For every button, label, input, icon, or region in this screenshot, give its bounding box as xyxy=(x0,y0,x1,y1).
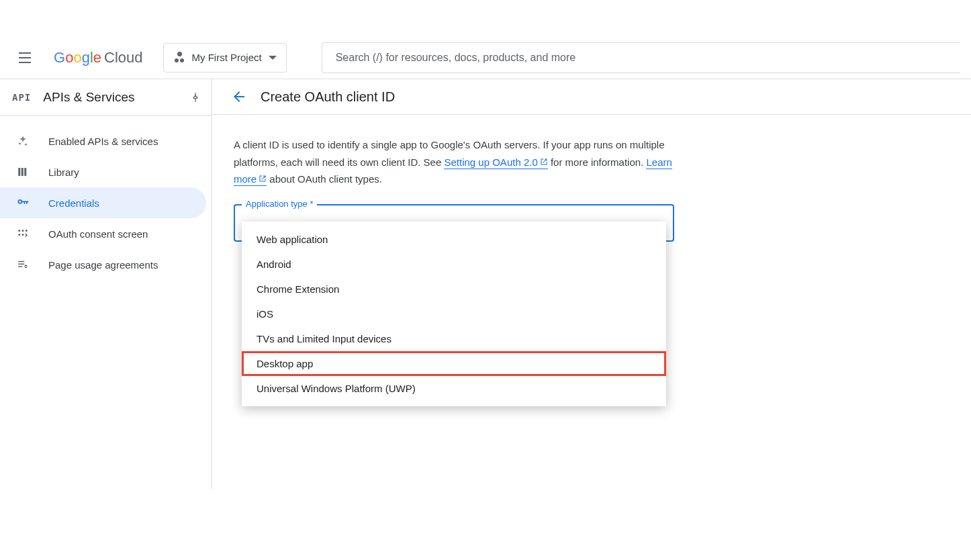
nav-list: Enabled APIs & services Library Credenti… xyxy=(0,116,212,280)
chevron-down-icon xyxy=(269,56,277,60)
main-content: Create OAuth client ID A client ID is us… xyxy=(212,79,971,489)
dropdown-option-desktop-app[interactable]: Desktop app xyxy=(242,351,666,376)
svg-rect-1 xyxy=(21,168,24,176)
dropdown-option-web-application[interactable]: Web application xyxy=(242,227,666,252)
content-header: Create OAuth client ID xyxy=(212,79,971,115)
svg-rect-2 xyxy=(24,168,26,176)
sidebar-item-enabled-apis[interactable]: Enabled APIs & services xyxy=(0,126,212,156)
svg-point-7 xyxy=(22,234,24,236)
select-label: Application type * xyxy=(242,199,317,209)
application-type-dropdown: Web application Android Chrome Extension… xyxy=(242,222,666,406)
dropdown-option-ios[interactable]: iOS xyxy=(242,301,666,326)
consent-screen-icon xyxy=(16,227,30,240)
dropdown-option-uwp[interactable]: Universal Windows Platform (UWP) xyxy=(242,376,666,401)
project-selector[interactable]: My First Project xyxy=(163,43,287,73)
svg-rect-0 xyxy=(18,168,20,176)
setting-up-oauth-link[interactable]: Setting up OAuth 2.0 xyxy=(444,156,547,169)
google-cloud-logo[interactable]: Google Cloud xyxy=(54,49,143,66)
sidebar-title: APIs & Services xyxy=(43,90,178,105)
sidebar-item-label: Credentials xyxy=(48,197,99,209)
svg-point-5 xyxy=(26,230,28,232)
svg-point-3 xyxy=(18,230,20,232)
dropdown-option-tvs[interactable]: TVs and Limited Input devices xyxy=(242,326,666,351)
sidebar-item-label: Page usage agreements xyxy=(48,259,158,271)
back-arrow-icon[interactable] xyxy=(231,89,247,105)
application-type-select-container: Application type * Web application Andro… xyxy=(234,204,674,242)
description-part3: about OAuth client types. xyxy=(267,173,382,185)
pin-icon[interactable] xyxy=(190,92,201,103)
sidebar-item-page-usage[interactable]: Page usage agreements xyxy=(0,249,212,280)
svg-rect-9 xyxy=(18,264,24,265)
page-title: Create OAuth client ID xyxy=(261,89,395,105)
description-part2: for more information. xyxy=(548,156,647,168)
logo-cloud-text: Cloud xyxy=(104,49,142,66)
api-icon: API xyxy=(12,92,31,103)
svg-rect-10 xyxy=(18,266,22,267)
agreements-icon xyxy=(16,258,30,271)
svg-point-4 xyxy=(22,230,24,232)
top-bar: Google Cloud My First Project Search (/)… xyxy=(0,36,971,79)
key-icon xyxy=(16,196,30,209)
sidebar: API APIs & Services Enabled APIs & servi… xyxy=(0,79,212,489)
sidebar-item-oauth-consent[interactable]: OAuth consent screen xyxy=(0,218,212,249)
hamburger-menu-icon[interactable] xyxy=(11,42,43,74)
enabled-apis-icon xyxy=(16,134,30,148)
svg-rect-8 xyxy=(18,261,24,263)
dropdown-option-android[interactable]: Android xyxy=(242,252,666,277)
svg-point-6 xyxy=(18,234,20,236)
dropdown-option-chrome-extension[interactable]: Chrome Extension xyxy=(242,277,666,301)
sidebar-item-credentials[interactable]: Credentials xyxy=(0,187,206,218)
sidebar-header: API APIs & Services xyxy=(0,79,212,116)
sidebar-item-label: Library xyxy=(48,167,79,178)
external-link-icon xyxy=(259,175,267,183)
content-body: A client ID is used to identify a single… xyxy=(212,115,696,263)
sidebar-item-label: Enabled APIs & services xyxy=(48,136,158,147)
external-link-icon xyxy=(540,158,548,166)
description-text: A client ID is used to identify a single… xyxy=(234,136,674,188)
library-icon xyxy=(16,165,30,179)
project-icon xyxy=(173,52,185,64)
search-input[interactable]: Search (/) for resources, docs, products… xyxy=(322,42,960,73)
sidebar-item-label: OAuth consent screen xyxy=(48,228,148,240)
search-placeholder: Search (/) for resources, docs, products… xyxy=(336,52,575,64)
project-name: My First Project xyxy=(192,52,262,63)
sidebar-item-library[interactable]: Library xyxy=(0,156,212,187)
